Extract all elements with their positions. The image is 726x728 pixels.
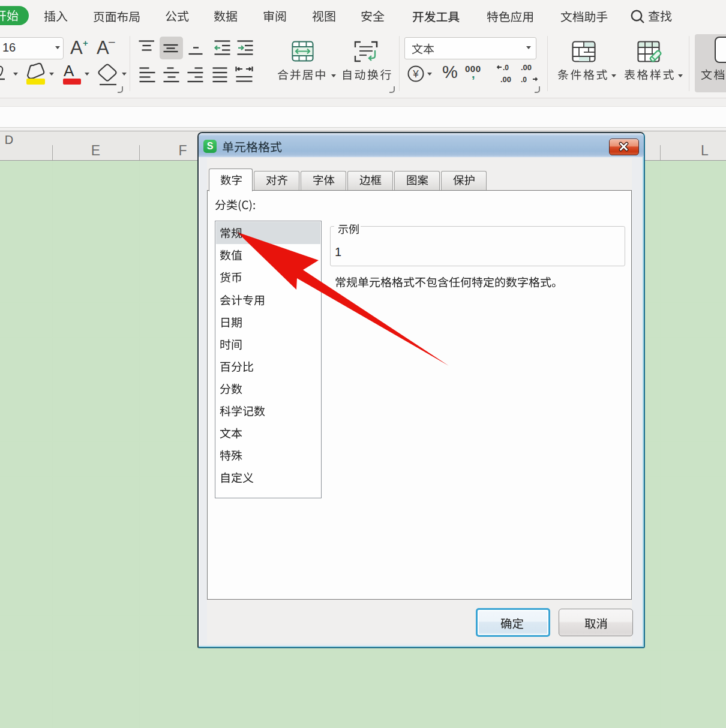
svg-text:.0: .0 <box>521 76 527 84</box>
svg-text:.0: .0 <box>503 64 509 72</box>
svg-text:.00: .00 <box>521 64 532 72</box>
svg-text:.00: .00 <box>500 75 511 84</box>
svg-text:¥: ¥ <box>412 68 419 80</box>
